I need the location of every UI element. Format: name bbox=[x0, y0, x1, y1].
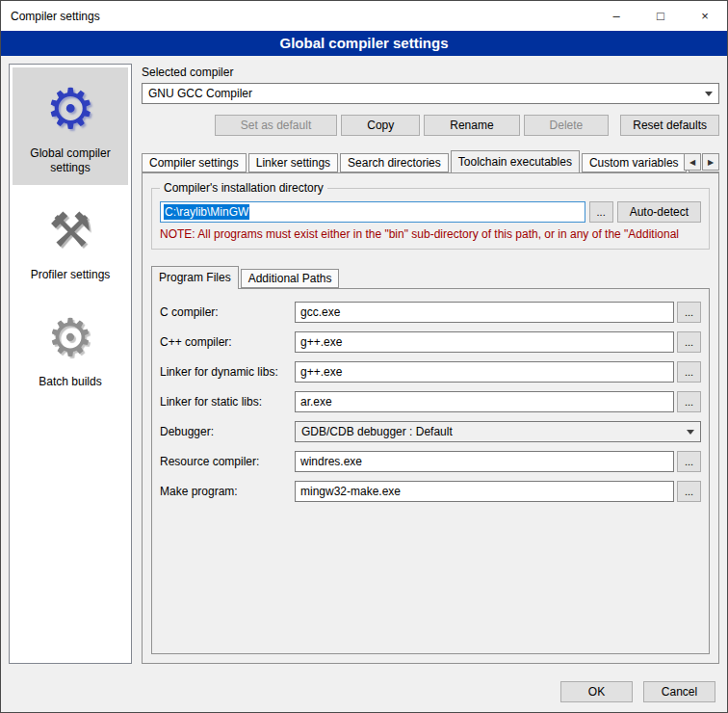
sidebar-item-global-compiler-settings[interactable]: ⚙ Global compiler settings bbox=[13, 67, 128, 185]
linker-static-browse-button[interactable]: ... bbox=[677, 391, 701, 412]
close-button[interactable]: × bbox=[683, 1, 727, 31]
c-compiler-browse-button[interactable]: ... bbox=[677, 302, 701, 323]
auto-detect-button[interactable]: Auto-detect bbox=[617, 201, 701, 223]
selected-compiler-label: Selected compiler bbox=[142, 66, 719, 79]
field-row-c-compiler: C compiler: ... bbox=[160, 302, 701, 323]
resource-compiler-label: Resource compiler: bbox=[160, 455, 295, 468]
dialog-footer: OK Cancel bbox=[1, 672, 727, 712]
field-row-make-program: Make program: ... bbox=[160, 481, 701, 502]
tab-toolchain-executables[interactable]: Toolchain executables bbox=[451, 150, 580, 172]
delete-button: Delete bbox=[524, 115, 610, 136]
install-dir-input[interactable]: C:\raylib\MinGW bbox=[160, 201, 585, 223]
tab-scroll-left-icon[interactable]: ◀ bbox=[684, 153, 701, 171]
page-title: Global compiler settings bbox=[1, 31, 727, 56]
profiler-icon: ⚒ bbox=[49, 198, 92, 262]
make-program-label: Make program: bbox=[160, 485, 295, 498]
debugger-selected-value: GDB/CDB debugger : Default bbox=[301, 425, 453, 438]
c-compiler-input[interactable] bbox=[295, 302, 674, 323]
resource-compiler-input[interactable] bbox=[295, 451, 674, 472]
set-as-default-button: Set as default bbox=[215, 115, 337, 136]
field-row-cpp-compiler: C++ compiler: ... bbox=[160, 331, 701, 353]
installation-directory-label: Compiler's installation directory bbox=[160, 181, 327, 195]
installation-directory-group: Compiler's installation directory C:\ray… bbox=[151, 188, 710, 250]
copy-button[interactable]: Copy bbox=[341, 115, 420, 136]
minimize-button[interactable]: – bbox=[594, 1, 638, 31]
tab-search-directories[interactable]: Search directories bbox=[340, 153, 449, 172]
field-row-linker-static: Linker for static libs: ... bbox=[160, 391, 701, 412]
field-row-linker-dynamic: Linker for dynamic libs: ... bbox=[160, 361, 701, 383]
ok-button[interactable]: OK bbox=[560, 681, 633, 702]
resource-compiler-browse-button[interactable]: ... bbox=[677, 451, 701, 472]
sidebar-item-batch-builds[interactable]: ⚙ Batch builds bbox=[13, 296, 128, 399]
profiler-glyph: ⚒ bbox=[49, 202, 92, 258]
linker-dynamic-label: Linker for dynamic libs: bbox=[160, 365, 295, 379]
reset-defaults-button[interactable]: Reset defaults bbox=[620, 115, 719, 136]
sidebar-item-label: Batch builds bbox=[39, 375, 101, 389]
tab-program-files[interactable]: Program Files bbox=[151, 266, 239, 289]
program-files-panel: C compiler: ... C++ compiler: ... Linker… bbox=[151, 288, 710, 654]
sidebar-item-profiler-settings[interactable]: ⚒ Profiler settings bbox=[13, 189, 128, 292]
installation-directory-row: C:\raylib\MinGW ... Auto-detect bbox=[160, 201, 701, 223]
make-program-browse-button[interactable]: ... bbox=[677, 481, 701, 502]
sidebar-item-label: Global compiler settings bbox=[14, 146, 126, 175]
tab-linker-settings[interactable]: Linker settings bbox=[248, 153, 338, 172]
dialog-body: ⚙ Global compiler settings ⚒ Profiler se… bbox=[1, 56, 727, 672]
debugger-label: Debugger: bbox=[160, 425, 295, 438]
titlebar: Compiler settings – □ × bbox=[1, 1, 727, 31]
linker-dynamic-input[interactable] bbox=[295, 361, 674, 383]
make-program-input[interactable] bbox=[295, 481, 674, 502]
cancel-button[interactable]: Cancel bbox=[643, 681, 715, 702]
linker-dynamic-browse-button[interactable]: ... bbox=[677, 361, 701, 383]
main-panel: Selected compiler GNU GCC Compiler Set a… bbox=[142, 64, 719, 664]
gear-glyph: ⚙ bbox=[47, 307, 93, 368]
tab-custom-variables[interactable]: Custom variables bbox=[582, 153, 687, 172]
gear-glyph: ⚙ bbox=[45, 76, 95, 142]
compiler-select[interactable]: GNU GCC Compiler bbox=[142, 83, 719, 104]
tab-additional-paths[interactable]: Additional Paths bbox=[241, 269, 340, 288]
gear-gray-icon: ⚙ bbox=[47, 305, 93, 369]
linker-static-label: Linker for static libs: bbox=[160, 395, 295, 409]
window-controls: – □ × bbox=[594, 1, 727, 31]
cpp-compiler-input[interactable] bbox=[295, 331, 674, 353]
chevron-down-icon bbox=[687, 430, 694, 435]
install-dir-value: C:\raylib\MinGW bbox=[164, 204, 249, 220]
install-dir-browse-button[interactable]: ... bbox=[589, 201, 613, 223]
c-compiler-label: C compiler: bbox=[160, 305, 295, 319]
window-title: Compiler settings bbox=[1, 10, 100, 23]
settings-tabstrip: Compiler settings Linker settings Search… bbox=[142, 149, 719, 172]
rename-button[interactable]: Rename bbox=[424, 115, 519, 136]
settings-category-list: ⚙ Global compiler settings ⚒ Profiler se… bbox=[9, 64, 132, 664]
field-row-debugger: Debugger: GDB/CDB debugger : Default bbox=[160, 421, 701, 442]
cpp-compiler-browse-button[interactable]: ... bbox=[677, 331, 701, 353]
tab-scroll-buttons: ◀ ▶ bbox=[684, 153, 719, 171]
compiler-settings-window: { "window": { "title": "Compiler setting… bbox=[0, 0, 728, 713]
sidebar-item-label: Profiler settings bbox=[31, 268, 111, 282]
program-files-tabstrip: Program Files Additional Paths bbox=[151, 265, 710, 288]
cpp-compiler-label: C++ compiler: bbox=[160, 335, 295, 349]
linker-static-input[interactable] bbox=[295, 391, 674, 412]
gear-blue-icon: ⚙ bbox=[45, 77, 95, 141]
field-row-resource-compiler: Resource compiler: ... bbox=[160, 451, 701, 472]
tab-scroll-right-icon[interactable]: ▶ bbox=[702, 153, 719, 171]
compiler-actions: Set as default Copy Rename Delete Reset … bbox=[142, 115, 719, 136]
tab-compiler-settings[interactable]: Compiler settings bbox=[142, 153, 247, 172]
debugger-select[interactable]: GDB/CDB debugger : Default bbox=[295, 421, 701, 442]
chevron-down-icon bbox=[705, 92, 713, 96]
compiler-selected-value: GNU GCC Compiler bbox=[148, 87, 252, 100]
bin-subdirectory-note: NOTE: All programs must exist either in … bbox=[160, 227, 701, 241]
maximize-button[interactable]: □ bbox=[638, 1, 683, 31]
toolchain-executables-page: Compiler's installation directory C:\ray… bbox=[142, 172, 719, 664]
